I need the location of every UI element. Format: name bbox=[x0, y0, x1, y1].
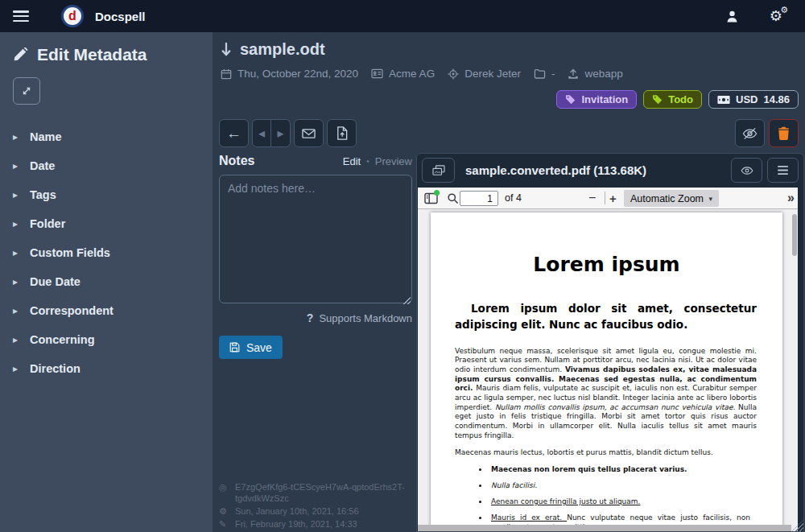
search-icon bbox=[447, 192, 459, 204]
chevron-down-icon: ▾ bbox=[708, 195, 712, 203]
caret-right-icon: ▸ bbox=[13, 247, 19, 258]
pdf-subtitle: Lorem ipsum dolor sit amet, consectetur … bbox=[455, 300, 757, 333]
sidebar-item-date[interactable]: ▸Date bbox=[13, 153, 200, 179]
sidebar-item-name[interactable]: ▸Name bbox=[13, 124, 200, 150]
upload-icon bbox=[568, 68, 579, 80]
sidebar-nav: ▸Name▸Date▸Tags▸Folder▸Custom Fields▸Due… bbox=[13, 124, 200, 381]
envelope-icon bbox=[302, 128, 316, 139]
user-icon[interactable] bbox=[725, 10, 739, 23]
item-date-field: Thu, October 22nd, 2020 bbox=[221, 68, 358, 80]
pencil-small-icon: ✎ bbox=[219, 518, 229, 530]
sidebar-item-tags[interactable]: ▸Tags bbox=[13, 182, 200, 208]
sidebar-item-due-date[interactable]: ▸Due Date bbox=[13, 269, 200, 295]
item-source-field: webapp bbox=[568, 68, 622, 80]
app-title: Docspell bbox=[95, 10, 146, 23]
item-id: E7zgQefKfg6-tCEScyeH7wA-qptodErhs2T-tgdv… bbox=[235, 481, 405, 504]
item-updated: Fri, February 19th, 2021, 14:33 bbox=[235, 518, 357, 530]
tag-badge-invitation[interactable]: Invitation bbox=[556, 90, 637, 109]
notification-dot bbox=[434, 190, 440, 196]
notes-tab-preview[interactable]: Preview bbox=[375, 155, 412, 167]
floppy-icon bbox=[229, 342, 240, 353]
item-toolbar: ← ◂ ▸ bbox=[219, 119, 357, 147]
caret-right-icon: ▸ bbox=[13, 160, 19, 171]
pdf-page: Lorem ipsum Lorem ipsum dolor sit amet, … bbox=[431, 212, 782, 531]
hide-button[interactable] bbox=[735, 119, 765, 147]
toolbar-more-button[interactable]: » bbox=[787, 188, 793, 208]
tag-badge-todo[interactable]: Todo bbox=[643, 90, 702, 109]
toolbar-divider bbox=[605, 192, 605, 204]
sidebar-item-label: Folder bbox=[30, 217, 65, 230]
help-icon[interactable]: ? bbox=[307, 311, 314, 324]
file-upload-icon bbox=[336, 126, 348, 140]
item-created: Sun, January 10th, 2021, 16:56 bbox=[235, 505, 359, 517]
vertical-scrollbar[interactable] bbox=[791, 209, 798, 525]
sidebar-item-correspondent[interactable]: ▸Correspondent bbox=[13, 298, 200, 324]
item-header: sample.odt Thu, October 22nd, 2020 Acme … bbox=[221, 40, 799, 109]
settings-gears-icon[interactable]: ⚙⚙ bbox=[770, 9, 782, 23]
sidebar-item-label: Correspondent bbox=[30, 304, 114, 317]
mail-button[interactable] bbox=[294, 119, 324, 147]
crosshair-icon bbox=[448, 68, 459, 80]
images-icon bbox=[432, 165, 445, 176]
menu-bars-icon bbox=[778, 166, 788, 175]
pdf-search-button[interactable] bbox=[447, 188, 459, 208]
arrow-down-icon bbox=[221, 42, 232, 57]
pdf-page-area: Lorem ipsum Lorem ipsum dolor sit amet, … bbox=[418, 209, 798, 531]
attachment-menu-button[interactable] bbox=[767, 158, 799, 183]
id-card-icon bbox=[371, 68, 383, 79]
sidebar-item-label: Due Date bbox=[30, 275, 80, 288]
caret-right-icon: ▸ bbox=[13, 305, 19, 316]
attachment-view-button[interactable] bbox=[731, 158, 762, 183]
pdf-bullet: Maecenas non lorem quis tellus placerat … bbox=[489, 465, 750, 475]
pdf-viewer: of 4 − + Automatic Zoom ▾ » Lorem ipsum … bbox=[418, 188, 798, 531]
sidebar-item-concerning[interactable]: ▸Concerning bbox=[13, 327, 200, 353]
sidebar-item-label: Date bbox=[30, 159, 55, 172]
prev-item-button[interactable]: ◂ bbox=[252, 119, 271, 147]
eye-slash-icon bbox=[742, 127, 758, 140]
attachment-filename: sample.converted.pdf (113.68K) bbox=[465, 163, 646, 177]
notes-textarea[interactable] bbox=[219, 175, 412, 303]
sidebar-item-label: Direction bbox=[30, 362, 80, 375]
horizontal-scrollbar[interactable] bbox=[418, 525, 791, 531]
markdown-hint-label[interactable]: Supports Markdown bbox=[319, 312, 412, 324]
pdf-title: Lorem ipsum bbox=[431, 253, 782, 276]
expand-collapse-button[interactable] bbox=[13, 77, 40, 105]
zoom-out-button[interactable]: − bbox=[588, 188, 596, 208]
menu-icon[interactable] bbox=[13, 10, 29, 22]
sidebar-item-label: Name bbox=[30, 130, 62, 143]
trash-icon bbox=[778, 126, 790, 140]
attachment-pages-button[interactable] bbox=[422, 158, 455, 183]
add-file-button[interactable] bbox=[327, 119, 357, 147]
main-panel: sample.odt Thu, October 22nd, 2020 Acme … bbox=[213, 32, 805, 532]
item-name: sample.odt bbox=[240, 40, 325, 59]
pdfjs-toolbar: of 4 − + Automatic Zoom ▾ » bbox=[418, 188, 798, 209]
page-number-input[interactable] bbox=[460, 191, 498, 206]
delete-button[interactable] bbox=[769, 119, 799, 147]
docspell-logo[interactable]: d bbox=[61, 5, 84, 27]
back-button[interactable]: ← bbox=[219, 119, 249, 147]
page-count-label: of 4 bbox=[505, 188, 522, 208]
sidebar-item-label: Concerning bbox=[30, 333, 95, 346]
zoom-in-button[interactable]: + bbox=[609, 188, 617, 208]
caret-right-icon: ▸ bbox=[13, 189, 19, 200]
tab-separator: • bbox=[366, 157, 369, 166]
zoom-level-select[interactable]: Automatic Zoom ▾ bbox=[624, 190, 719, 207]
edit-metadata-sidebar: Edit Metadata ▸Name▸Date▸Tags▸Folder▸Cus… bbox=[0, 32, 213, 532]
eye-icon bbox=[741, 166, 753, 175]
notes-tab-edit[interactable]: Edit bbox=[343, 155, 361, 167]
pdf-bullet: Nulla facilisi. bbox=[489, 481, 750, 491]
sidebar-title: Edit Metadata bbox=[37, 45, 147, 64]
pdf-bullet-list: Maecenas non lorem quis tellus placerat … bbox=[489, 465, 750, 531]
logo-letter: d bbox=[68, 9, 76, 23]
sidebar-item-folder[interactable]: ▸Folder bbox=[13, 211, 200, 237]
save-button[interactable]: Save bbox=[219, 336, 283, 359]
sidebar-item-direction[interactable]: ▸Direction bbox=[13, 356, 200, 381]
sidebar-item-custom-fields[interactable]: ▸Custom Fields bbox=[13, 240, 200, 266]
scrollbar-thumb[interactable] bbox=[792, 214, 797, 256]
item-folder-field: - bbox=[534, 68, 555, 80]
custom-field-badge-usd[interactable]: USD 14.86 bbox=[708, 90, 799, 109]
next-item-button[interactable]: ▸ bbox=[271, 119, 291, 147]
folder-icon bbox=[534, 68, 546, 79]
pdf-bullet: Aenean congue fringilla justo ut aliquam… bbox=[489, 497, 750, 507]
notes-title: Notes bbox=[219, 154, 254, 168]
